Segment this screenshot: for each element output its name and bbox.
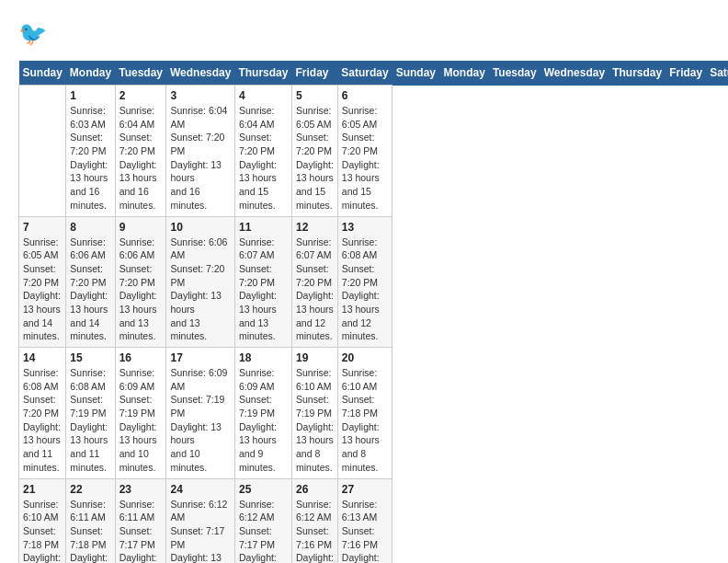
calendar-cell: 18Sunrise: 6:09 AMSunset: 7:19 PMDayligh… [234,348,291,479]
day-info: Sunrise: 6:08 AMSunset: 7:20 PMDaylight:… [23,366,62,475]
calendar-cell: 8Sunrise: 6:06 AMSunset: 7:20 PMDaylight… [66,216,115,348]
day-info: Sunrise: 6:07 AMSunset: 7:20 PMDaylight:… [296,236,334,344]
calendar-cell: 6Sunrise: 6:05 AMSunset: 7:20 PMDaylight… [337,86,392,217]
day-number: 20 [342,351,388,364]
day-number: 9 [119,221,163,234]
calendar-cell: 23Sunrise: 6:11 AMSunset: 7:17 PMDayligh… [115,478,166,563]
day-info: Sunrise: 6:13 AMSunset: 7:16 PMDaylight:… [342,498,388,564]
calendar-header-row: SundayMondayTuesdayWednesdayThursdayFrid… [19,61,729,86]
day-info: Sunrise: 6:05 AMSunset: 7:20 PMDaylight:… [23,236,62,344]
day-number: 7 [23,221,62,234]
calendar-cell: 13Sunrise: 6:08 AMSunset: 7:20 PMDayligh… [337,216,392,348]
day-number: 27 [342,483,388,496]
day-info: Sunrise: 6:09 AMSunset: 7:19 PMDaylight:… [170,366,230,475]
calendar-cell: 22Sunrise: 6:11 AMSunset: 7:18 PMDayligh… [66,478,115,563]
day-number: 4 [239,89,288,102]
day-info: Sunrise: 6:04 AMSunset: 7:20 PMDaylight:… [119,104,163,213]
calendar-cell: 16Sunrise: 6:09 AMSunset: 7:19 PMDayligh… [115,348,166,479]
calendar-cell: 26Sunrise: 6:12 AMSunset: 7:16 PMDayligh… [291,478,337,563]
day-number: 22 [70,483,110,496]
logo-icon: 🐦 [18,18,51,52]
day-number: 18 [239,351,288,364]
day-of-week-header: Sunday [392,61,440,86]
day-info: Sunrise: 6:12 AMSunset: 7:16 PMDaylight:… [296,498,334,564]
day-number: 26 [296,483,334,496]
day-number: 3 [170,89,230,102]
day-number: 13 [342,221,388,234]
day-number: 17 [170,351,230,364]
day-info: Sunrise: 6:10 AMSunset: 7:18 PMDaylight:… [23,498,62,564]
day-of-week-header: Wednesday [166,61,234,86]
calendar-cell: 15Sunrise: 6:08 AMSunset: 7:19 PMDayligh… [66,348,115,479]
day-of-week-header: Friday [291,61,337,86]
day-number: 10 [170,221,230,234]
day-info: Sunrise: 6:06 AMSunset: 7:20 PMDaylight:… [170,236,230,344]
calendar-cell: 4Sunrise: 6:04 AMSunset: 7:20 PMDaylight… [234,86,291,217]
day-of-week-header: Thursday [234,61,291,86]
day-number: 8 [70,221,110,234]
day-number: 6 [342,89,388,102]
svg-text:🐦: 🐦 [18,19,48,48]
day-info: Sunrise: 6:06 AMSunset: 7:20 PMDaylight:… [70,236,110,344]
calendar-cell: 9Sunrise: 6:06 AMSunset: 7:20 PMDaylight… [115,216,166,348]
calendar-cell: 2Sunrise: 6:04 AMSunset: 7:20 PMDaylight… [115,86,166,217]
day-number: 2 [119,89,163,102]
calendar-week-row: 14Sunrise: 6:08 AMSunset: 7:20 PMDayligh… [19,348,729,479]
day-info: Sunrise: 6:04 AMSunset: 7:20 PMDaylight:… [170,104,230,213]
day-info: Sunrise: 6:09 AMSunset: 7:19 PMDaylight:… [119,366,163,475]
calendar-cell: 7Sunrise: 6:05 AMSunset: 7:20 PMDaylight… [19,216,66,348]
day-info: Sunrise: 6:09 AMSunset: 7:19 PMDaylight:… [239,366,288,475]
day-info: Sunrise: 6:04 AMSunset: 7:20 PMDaylight:… [239,104,288,213]
day-number: 1 [70,89,110,102]
day-of-week-header: Monday [440,61,489,86]
day-info: Sunrise: 6:11 AMSunset: 7:17 PMDaylight:… [119,498,163,564]
calendar-cell: 19Sunrise: 6:10 AMSunset: 7:19 PMDayligh… [291,348,337,479]
day-number: 23 [119,483,163,496]
day-number: 12 [296,221,334,234]
calendar-cell: 1Sunrise: 6:03 AMSunset: 7:20 PMDaylight… [66,86,115,217]
calendar-cell: 10Sunrise: 6:06 AMSunset: 7:20 PMDayligh… [166,216,234,348]
calendar-table: SundayMondayTuesdayWednesdayThursdayFrid… [18,61,728,563]
day-info: Sunrise: 6:10 AMSunset: 7:19 PMDaylight:… [296,366,334,475]
day-info: Sunrise: 6:05 AMSunset: 7:20 PMDaylight:… [342,104,388,213]
day-info: Sunrise: 6:03 AMSunset: 7:20 PMDaylight:… [70,104,110,213]
day-info: Sunrise: 6:12 AMSunset: 7:17 PMDaylight:… [170,498,230,564]
day-of-week-header: Wednesday [540,61,609,86]
day-number: 14 [23,351,62,364]
calendar-cell: 24Sunrise: 6:12 AMSunset: 7:17 PMDayligh… [166,478,234,563]
day-number: 16 [119,351,163,364]
day-info: Sunrise: 6:10 AMSunset: 7:18 PMDaylight:… [342,366,388,475]
day-number: 15 [70,351,110,364]
day-info: Sunrise: 6:12 AMSunset: 7:17 PMDaylight:… [239,498,288,564]
day-of-week-header: Monday [66,61,115,86]
calendar-cell [19,86,66,217]
calendar-week-row: 21Sunrise: 6:10 AMSunset: 7:18 PMDayligh… [19,478,729,563]
calendar-cell: 17Sunrise: 6:09 AMSunset: 7:19 PMDayligh… [166,348,234,479]
calendar-cell: 27Sunrise: 6:13 AMSunset: 7:16 PMDayligh… [337,478,392,563]
calendar-cell: 14Sunrise: 6:08 AMSunset: 7:20 PMDayligh… [19,348,66,479]
day-of-week-header: Thursday [609,61,665,86]
page-header: 🐦 [18,18,710,52]
calendar-cell: 3Sunrise: 6:04 AMSunset: 7:20 PMDaylight… [166,86,234,217]
day-info: Sunrise: 6:07 AMSunset: 7:20 PMDaylight:… [239,236,288,344]
day-info: Sunrise: 6:11 AMSunset: 7:18 PMDaylight:… [70,498,110,564]
calendar-cell: 21Sunrise: 6:10 AMSunset: 7:18 PMDayligh… [19,478,66,563]
day-number: 24 [170,483,230,496]
logo: 🐦 [18,18,55,52]
day-of-week-header: Sunday [19,61,66,86]
day-of-week-header: Saturday [337,61,392,86]
day-of-week-header: Saturday [706,61,728,86]
day-number: 21 [23,483,62,496]
calendar-cell: 12Sunrise: 6:07 AMSunset: 7:20 PMDayligh… [291,216,337,348]
day-number: 19 [296,351,334,364]
calendar-cell: 11Sunrise: 6:07 AMSunset: 7:20 PMDayligh… [234,216,291,348]
day-number: 25 [239,483,288,496]
calendar-cell: 5Sunrise: 6:05 AMSunset: 7:20 PMDaylight… [291,86,337,217]
day-of-week-header: Tuesday [489,61,540,86]
day-info: Sunrise: 6:08 AMSunset: 7:20 PMDaylight:… [342,236,388,344]
day-of-week-header: Friday [665,61,706,86]
calendar-week-row: 1Sunrise: 6:03 AMSunset: 7:20 PMDaylight… [19,86,729,217]
day-info: Sunrise: 6:05 AMSunset: 7:20 PMDaylight:… [296,104,334,213]
calendar-cell: 20Sunrise: 6:10 AMSunset: 7:18 PMDayligh… [337,348,392,479]
calendar-cell: 25Sunrise: 6:12 AMSunset: 7:17 PMDayligh… [234,478,291,563]
